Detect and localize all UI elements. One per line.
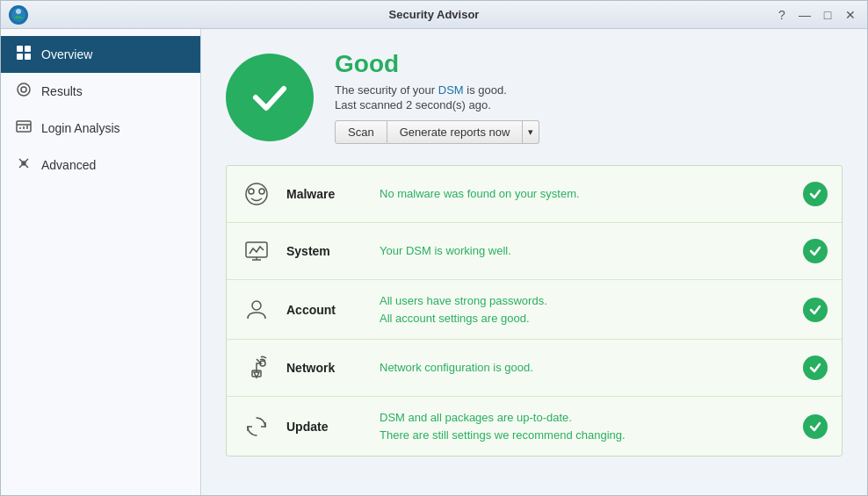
malware-status [803,182,828,206]
account-label: Account [286,303,365,317]
update-icon [241,411,272,442]
svg-point-19 [259,189,264,194]
system-icon [241,235,272,267]
sidebar-item-login-analysis[interactable]: Login Analysis [1,110,200,147]
app-body: Overview Results [1,29,867,495]
malware-message: No malware was found on your system. [380,185,789,203]
report-dropdown-button[interactable]: ▾ [523,120,539,144]
svg-rect-4 [25,46,31,52]
security-row-update: Update DSM and all packages are up-to-da… [227,397,842,456]
svg-point-8 [21,87,26,92]
network-message: Network configuration is good. [380,359,789,377]
help-button[interactable]: ? [772,5,792,25]
system-message: Your DSM is working well. [380,242,789,260]
dsm-link: DSM [438,83,464,97]
window-controls: ? — □ ✕ [772,5,860,25]
security-table: Malware No malware was found on your sys… [226,165,843,456]
sidebar-item-advanced-label: Advanced [41,158,96,172]
titlebar: Security Advisor ? — □ ✕ [1,1,867,29]
svg-point-7 [18,83,30,96]
system-check-icon [808,244,822,258]
security-row-system: System Your DSM is working well. [227,223,842,280]
update-message: DSM and all packages are up-to-date.Ther… [380,409,789,443]
status-line2: Last scanned 2 second(s) ago. [335,98,539,111]
malware-check-icon [808,187,822,201]
action-buttons: Scan Generate reports now ▾ [335,120,539,144]
security-row-network: Network Network configuration is good. [227,340,842,397]
sidebar-item-results-label: Results [41,84,83,98]
scan-button[interactable]: Scan [335,120,387,144]
account-check-icon [808,303,822,317]
overview-header: Good The security of your DSM is good. L… [226,50,843,144]
window-title: Security Advisor [389,8,480,21]
advanced-icon [15,155,33,175]
malware-icon [241,178,272,210]
status-title: Good [335,50,539,78]
status-text-block: Good The security of your DSM is good. L… [335,50,539,144]
sidebar-item-overview-label: Overview [41,47,92,61]
sidebar-item-overview[interactable]: Overview [1,36,200,73]
sidebar-item-login-analysis-label: Login Analysis [41,121,120,135]
system-status [803,239,828,263]
results-icon [15,82,33,101]
account-message: All users have strong passwords.All acco… [380,292,789,327]
svg-point-2 [16,9,21,14]
system-label: System [286,244,365,258]
sidebar: Overview Results [1,29,201,495]
network-icon [241,352,272,384]
close-button[interactable]: ✕ [841,5,860,25]
account-status [803,298,828,322]
generate-reports-button[interactable]: Generate reports now [387,120,524,144]
svg-rect-6 [25,54,31,60]
sidebar-item-results[interactable]: Results [1,73,200,110]
login-analysis-icon [15,119,33,138]
check-icon [245,73,294,122]
overview-icon [15,45,33,64]
main-window: Security Advisor ? — □ ✕ Overvie [0,0,868,496]
status-circle [226,54,314,141]
main-content: Good The security of your DSM is good. L… [201,29,867,495]
svg-point-18 [249,189,254,194]
app-logo [8,4,29,25]
maximize-button[interactable]: □ [818,5,837,25]
svg-point-17 [246,183,267,205]
svg-rect-3 [17,46,23,52]
network-check-icon [808,361,822,375]
malware-label: Malware [286,187,365,201]
update-label: Update [286,420,365,434]
update-check-icon [808,420,822,434]
svg-point-23 [252,301,261,310]
update-status [803,414,828,439]
security-row-malware: Malware No malware was found on your sys… [227,166,842,223]
security-row-account: Account All users have strong passwords.… [227,280,842,340]
sidebar-item-advanced[interactable]: Advanced [1,147,200,183]
svg-rect-5 [17,54,23,60]
status-line1: The security of your DSM is good. [335,83,539,97]
network-status [803,356,828,380]
network-label: Network [286,361,365,375]
account-icon [241,294,272,326]
minimize-button[interactable]: — [795,5,814,25]
